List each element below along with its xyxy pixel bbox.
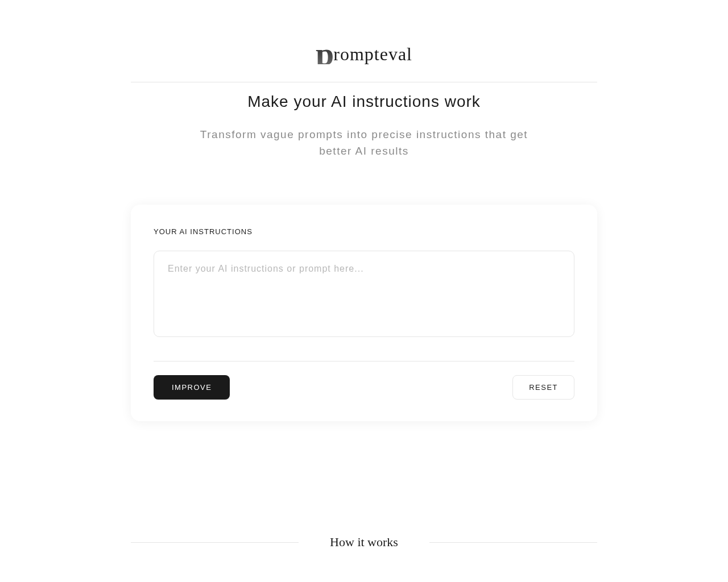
- hero: Make your AI instructions work Transform…: [131, 82, 597, 205]
- how-it-works-title: How it works: [318, 535, 410, 550]
- logo-first-letter: p: [316, 44, 334, 64]
- button-row: IMPROVE RESET: [154, 375, 574, 400]
- hero-title: Make your AI instructions work: [131, 93, 597, 111]
- header: prompteval: [131, 0, 597, 82]
- how-it-works-header: How it works: [131, 535, 597, 550]
- logo-rest: rompteval: [333, 44, 412, 65]
- hero-subtitle: Transform vague prompts into precise ins…: [182, 127, 546, 159]
- card-divider: [154, 361, 574, 361]
- improve-button[interactable]: IMPROVE: [154, 375, 230, 400]
- instructions-card: YOUR AI INSTRUCTIONS IMPROVE RESET: [131, 205, 597, 421]
- instructions-input[interactable]: [154, 251, 574, 337]
- instructions-label: YOUR AI INSTRUCTIONS: [154, 227, 574, 236]
- reset-button[interactable]: RESET: [512, 375, 574, 400]
- logo[interactable]: prompteval: [316, 40, 412, 65]
